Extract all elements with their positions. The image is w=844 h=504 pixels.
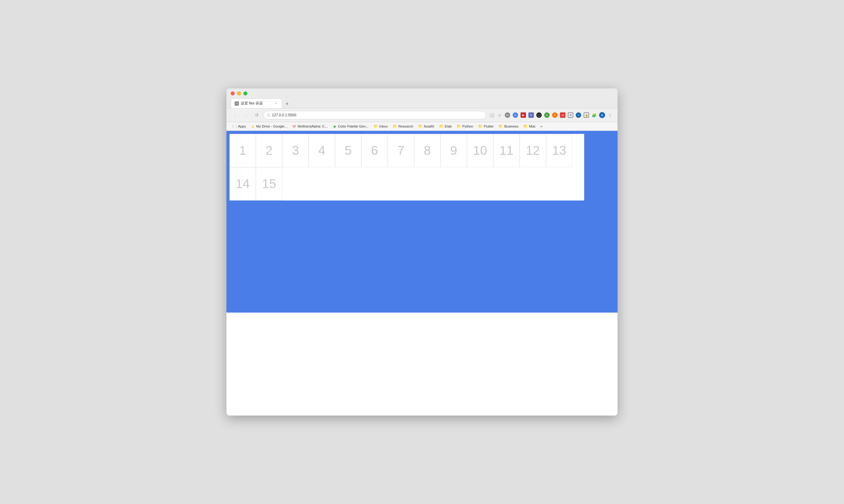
bookmark-apps[interactable]: ⋮⋮ Apps (231, 124, 248, 129)
flex-item: 15 (256, 167, 282, 200)
ext3-icon[interactable]: ▶ (520, 112, 527, 119)
bookmark-elab[interactable]: 📁 Elab (437, 124, 453, 129)
bookmark-research-label: Research (398, 125, 413, 128)
flex-container: 123456789101112131415 (229, 134, 584, 200)
secure-icon: ⓘ (267, 113, 270, 118)
bookmark-color-palette[interactable]: ◉ Color Palette Gen... (331, 124, 371, 129)
bookmark-color-label: Color Palette Gen... (338, 125, 369, 128)
close-traffic-light[interactable] (231, 91, 235, 95)
address-text: 127.0.0.1:5500 (272, 113, 296, 117)
ext4-icon[interactable]: N (528, 112, 534, 119)
wolfram-icon: W (292, 124, 296, 128)
flex-item: 3 (282, 134, 309, 167)
bookmark-my-drive[interactable]: ▲ My Drive - Google... (249, 124, 289, 129)
bookmark-icon[interactable]: ☆ (496, 112, 503, 119)
ext8-icon[interactable]: off (559, 112, 566, 119)
bookmark-drive-label: My Drive - Google... (256, 125, 287, 128)
profile-button[interactable]: A (599, 112, 605, 119)
minimize-traffic-light[interactable] (237, 91, 241, 95)
flex-item: 14 (229, 167, 256, 200)
bookmark-elab-label: Elab (445, 125, 452, 128)
flex-item: 10 (467, 134, 493, 167)
flex-item: 4 (309, 134, 335, 167)
bookmark-inbox[interactable]: 📁 Inbox (372, 124, 390, 129)
tab-close-button[interactable]: × (274, 102, 278, 106)
ext6-icon[interactable]: G (544, 112, 550, 119)
bookmark-python[interactable]: 📁 Python (455, 124, 475, 129)
drive-icon: ▲ (251, 124, 255, 128)
active-tab[interactable]: 设 设置 flex 容器 × (231, 98, 282, 108)
back-button[interactable]: ‹ (231, 111, 239, 119)
folder-icon: 📁 (439, 124, 444, 128)
bookmark-flutter[interactable]: 📁 Flutter (476, 124, 496, 129)
ext7-icon[interactable]: D (551, 112, 558, 119)
flex-item: 5 (335, 134, 361, 167)
new-tab-button[interactable]: + (283, 100, 291, 108)
bookmark-research[interactable]: 📁 Research (391, 124, 415, 129)
apps-grid-icon: ⋮⋮ (232, 124, 237, 128)
ext11-icon[interactable]: 🔒 (583, 112, 590, 119)
folder-icon: 📁 (523, 124, 528, 128)
cast-icon[interactable]: ⬜ (488, 112, 495, 119)
tab-favicon: 设 (235, 102, 239, 106)
flex-item: 8 (414, 134, 441, 167)
bookmark-flutter-label: Flutter (484, 125, 494, 128)
folder-icon: 📁 (393, 124, 397, 128)
ext2-icon[interactable]: G (512, 112, 519, 119)
flex-item: 2 (256, 134, 282, 167)
bookmark-python-label: Python (462, 125, 473, 128)
bookmarks-bar: ⋮⋮ Apps ▲ My Drive - Google... W Wolfram… (226, 122, 618, 131)
title-bar: 设 设置 flex 容器 × + (226, 88, 618, 108)
bookmark-azatai-label: AzatAI (424, 125, 434, 128)
bookmark-inbox-label: Inbox (379, 125, 388, 128)
page-bottom (226, 312, 618, 416)
ext1-icon[interactable]: W (504, 112, 511, 119)
more-bookmarks-label: » (540, 125, 542, 128)
folder-icon: 📁 (478, 124, 483, 128)
bookmark-apps-label: Apps (238, 125, 246, 128)
bookmark-business-label: Business (504, 125, 518, 128)
bookmark-mac-label: Mac (529, 125, 536, 128)
flex-item: 1 (229, 134, 256, 167)
tab-title: 设置 flex 容器 (241, 101, 272, 106)
address-bar[interactable]: ⓘ 127.0.0.1:5500 (263, 111, 486, 119)
flex-item: 7 (388, 134, 414, 167)
bookmark-wolfram-label: Wolfram|Alpha: C... (297, 125, 327, 128)
toolbar: ‹ › ↺ ⓘ 127.0.0.1:5500 ⬜ ☆ W G ▶ N ◯ (226, 108, 618, 122)
flex-item: 11 (493, 134, 520, 167)
menu-button[interactable]: ⋮ (607, 112, 613, 119)
bookmark-mac[interactable]: 📁 Mac (521, 124, 537, 129)
bookmarks-more[interactable]: » (539, 124, 544, 129)
folder-icon: 📁 (498, 124, 503, 128)
ext9-icon[interactable]: ⚙ (567, 112, 574, 119)
color-palette-icon: ◉ (332, 124, 337, 128)
bookmark-azatai[interactable]: 📁 AzatAI (416, 124, 436, 129)
extensions-button[interactable]: 🧩 (591, 112, 598, 119)
forward-button[interactable]: › (242, 111, 250, 119)
folder-icon: 📁 (374, 124, 378, 128)
traffic-lights (231, 91, 613, 95)
ext10-icon[interactable]: V (575, 112, 582, 119)
bookmark-business[interactable]: 📁 Business (497, 124, 520, 129)
reload-button[interactable]: ↺ (253, 111, 261, 119)
bookmark-wolfram[interactable]: W Wolfram|Alpha: C... (290, 124, 329, 129)
browser-window: 设 设置 flex 容器 × + ‹ › ↺ ⓘ 127.0.0.1:5500 … (226, 88, 618, 416)
ext5-icon[interactable]: ◯ (536, 112, 542, 119)
flex-item: 6 (361, 134, 388, 167)
flex-item: 12 (520, 134, 546, 167)
page-content: 123456789101112131415 (226, 131, 618, 312)
toolbar-icons: ⬜ ☆ W G ▶ N ◯ G D off (488, 112, 613, 119)
folder-icon: 📁 (457, 124, 461, 128)
tab-bar: 设 设置 flex 容器 × + (231, 98, 613, 108)
flex-item: 13 (546, 134, 572, 167)
flex-item: 9 (441, 134, 467, 167)
folder-icon: 📁 (418, 124, 423, 128)
fullscreen-traffic-light[interactable] (243, 91, 247, 95)
